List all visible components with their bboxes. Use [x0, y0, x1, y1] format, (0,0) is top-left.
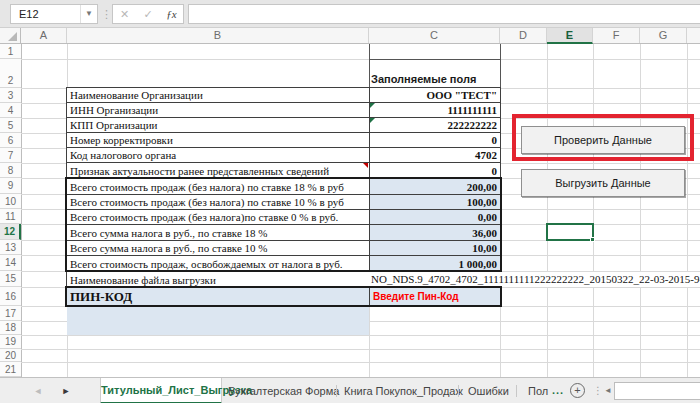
cell-b12[interactable]: Всего сумма налога в руб., по ставке 18 …	[66, 224, 370, 241]
column-headers: A B C D E F G	[0, 28, 700, 44]
formula-input[interactable]	[188, 4, 700, 24]
gridline	[21, 335, 700, 336]
column-header-a[interactable]: A	[21, 28, 67, 43]
row-header-20[interactable]: 20	[0, 349, 21, 362]
tabs-scroll-left-icon[interactable]: ◄	[28, 378, 48, 403]
tabs-scroll-right-icon[interactable]: ►	[56, 378, 76, 403]
cell-c11[interactable]: 0,00	[369, 209, 501, 225]
enter-icon[interactable]: ✓	[136, 8, 159, 21]
row-header-4[interactable]: 4	[0, 103, 21, 118]
cell-b4[interactable]: ИНН Организации	[66, 102, 370, 118]
cell-b5[interactable]: КПП Организации	[66, 117, 370, 133]
cell-c3[interactable]: ООО "ТЕСТ"	[369, 87, 501, 103]
formula-bar-region: E12 ▼ ⋮ ✕ ✓ ƒx	[0, 0, 700, 28]
separator-dots-icon: ⋮	[101, 4, 109, 24]
cell-c5[interactable]: 222222222	[369, 117, 501, 133]
row-header-19[interactable]: 19	[0, 335, 21, 349]
row-header-5[interactable]: 5	[0, 118, 21, 133]
row-header-15[interactable]: 15	[0, 271, 21, 287]
chevron-down-icon[interactable]: ▼	[80, 5, 97, 23]
gridline	[687, 44, 688, 377]
row-header-1[interactable]: 1	[0, 44, 21, 59]
column-header-b[interactable]: B	[67, 28, 369, 43]
tab-oshibki[interactable]: Ошибки	[468, 378, 509, 403]
cell-b9[interactable]: Всего стоимость продаж (без налога) по с…	[66, 178, 370, 195]
blue-fill-area[interactable]	[67, 306, 369, 335]
row-header-2[interactable]: 2	[0, 59, 21, 88]
row-header-13[interactable]: 13	[0, 240, 21, 255]
select-all-corner[interactable]	[0, 28, 21, 43]
gridline	[593, 44, 594, 377]
row-header-divider	[21, 44, 22, 377]
select-all-icon	[8, 32, 17, 41]
cell-c7[interactable]: 4702	[369, 147, 501, 163]
cell-b16-pin[interactable]: ПИН-КОД	[66, 287, 370, 306]
hscroll-left-icon[interactable]: ◄	[604, 378, 612, 403]
tab-buhgalterskaya-forma[interactable]: Бухгалтерская Форма	[228, 378, 339, 403]
add-sheet-icon[interactable]: +	[570, 383, 585, 398]
row-header-6[interactable]: 6	[0, 133, 21, 148]
cell-b8[interactable]: Признак актуальности ранее представленны…	[66, 162, 370, 179]
row-header-8[interactable]: 8	[0, 163, 21, 178]
column-header-f[interactable]: F	[593, 28, 640, 43]
row-header-14[interactable]: 14	[0, 255, 21, 271]
error-flag-icon	[370, 103, 375, 108]
cell-c8[interactable]: 0	[369, 162, 501, 179]
export-data-button[interactable]: Выгрузить Данные	[521, 169, 685, 197]
error-flag-icon	[370, 118, 375, 123]
cell-b14[interactable]: Всего стоимость продаж, освобождаемых от…	[66, 255, 370, 272]
cell-c15-filename[interactable]: NO_NDS.9_4702_4702_1111111111222222222_2…	[371, 272, 700, 287]
row-header-16[interactable]: 16	[0, 287, 21, 306]
gridline	[21, 362, 700, 363]
tab-separator	[458, 385, 459, 397]
insert-function-icon[interactable]: ƒx	[160, 8, 183, 20]
row-header-11[interactable]: 11	[0, 209, 21, 224]
cell-c6[interactable]: 0	[369, 132, 501, 148]
formula-buttons: ✕ ✓ ƒx	[112, 4, 184, 24]
column-header-d[interactable]: D	[500, 28, 547, 43]
row-header-7[interactable]: 7	[0, 148, 21, 163]
cell-b13[interactable]: Всего сумма налога в руб., по ставке 10 …	[66, 240, 370, 256]
cell-c1[interactable]	[369, 44, 501, 60]
name-box-value: E12	[19, 5, 39, 23]
cell-c13[interactable]: 10,00	[369, 240, 501, 256]
fill-handle[interactable]	[590, 237, 595, 242]
cell-c12[interactable]: 36,00	[369, 224, 501, 241]
cell-b11[interactable]: Всего стоимость продаж (без налога)по ст…	[66, 209, 370, 225]
cell-b3[interactable]: Наименование Организации	[66, 87, 370, 103]
cell-c10[interactable]: 100,00	[369, 194, 501, 210]
cancel-icon[interactable]: ✕	[113, 8, 136, 21]
cell-b7[interactable]: Код налогового органа	[66, 147, 370, 163]
selected-cell-e12[interactable]	[546, 223, 594, 241]
row-header-3[interactable]: 3	[0, 88, 21, 103]
excel-window: E12 ▼ ⋮ ✕ ✓ ƒx A B C D E F G 1 2 3 4 5 6…	[0, 0, 700, 403]
row-header-9[interactable]: 9	[0, 178, 21, 194]
sheet-tab-bar: ◄ ► Титульный_Лист_Выгрузка Бухгалтерска…	[0, 377, 700, 403]
cell-c9[interactable]: 200,00	[369, 178, 501, 195]
row-header-21[interactable]: 21	[0, 362, 21, 377]
name-box[interactable]: E12 ▼	[10, 4, 98, 24]
row-header-17[interactable]: 17	[0, 306, 21, 321]
column-header-c[interactable]: C	[369, 28, 500, 43]
horizontal-scrollbar[interactable]	[614, 382, 700, 400]
row-header-10[interactable]: 10	[0, 194, 21, 209]
tab-separator	[516, 385, 517, 397]
cell-c16-pin-hint[interactable]: Введите Пин-Код	[369, 287, 501, 306]
tab-pol-truncated[interactable]: Пол	[528, 378, 548, 403]
cell-b6[interactable]: Номер корректировки	[66, 132, 370, 148]
gridline	[547, 44, 548, 377]
column-header-g[interactable]: G	[640, 28, 687, 43]
tabs-overflow-ellipsis[interactable]: ...	[552, 378, 564, 403]
tab-kniga-pokupok-prodazh[interactable]: Книга Покупок_Продаж	[344, 378, 463, 403]
cell-b10[interactable]: Всего стоимость продаж (без налога) по с…	[66, 194, 370, 210]
gridline	[21, 59, 700, 60]
cell-b15[interactable]: Наименование файла выгрузки	[66, 271, 370, 288]
row-header-18[interactable]: 18	[0, 321, 21, 335]
column-header-e[interactable]: E	[547, 28, 593, 44]
cell-c14[interactable]: 1 000,00	[369, 255, 501, 272]
tab-titulny-list-vygruzka[interactable]: Титульный_Лист_Выгрузка	[100, 378, 222, 403]
check-data-button[interactable]: Проверить Данные	[521, 126, 685, 154]
tab-separator	[336, 385, 337, 397]
row-header-12[interactable]: 12	[0, 224, 21, 240]
cell-c4[interactable]: 1111111111	[369, 102, 501, 118]
